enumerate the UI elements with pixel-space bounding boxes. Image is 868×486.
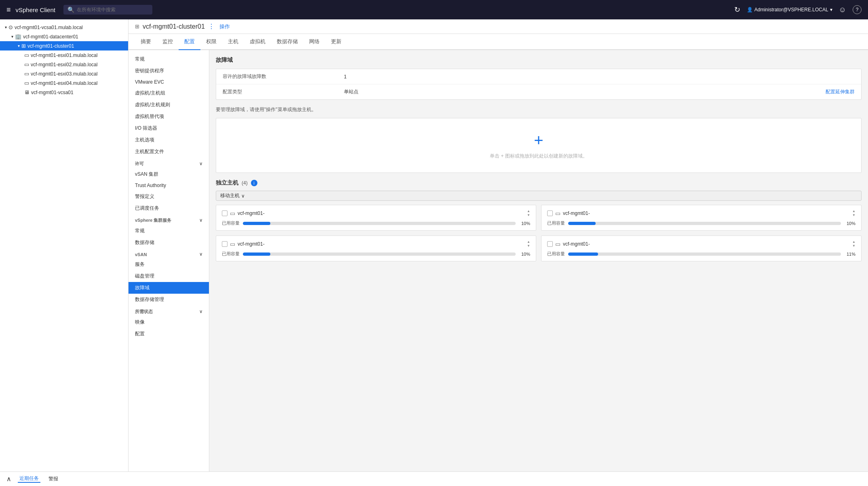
expand-icon: ▾ [5, 25, 7, 29]
arrow-down-1[interactable]: ▼ [527, 213, 530, 217]
search-input[interactable] [77, 7, 141, 13]
nav-datastores2[interactable]: 数据存储 [129, 237, 209, 248]
tab-networks[interactable]: 网络 [303, 34, 325, 50]
host-checkbox-2[interactable] [547, 210, 553, 216]
nav-section-vsan: vSAN ∨ [129, 248, 209, 259]
config-type-value: 单站点 [344, 88, 826, 95]
sidebar-item-esxi03[interactable]: ▭ vcf-mgmt01-esxi03.mulab.local [0, 69, 128, 78]
nav-services[interactable]: 服务 [129, 259, 209, 270]
tab-permissions[interactable]: 权限 [200, 34, 222, 50]
info-icon: i [251, 180, 257, 186]
user-info[interactable]: 👤 Administrator@VSPHERE.LOCAL ▾ [747, 7, 832, 13]
host-card-3: ▭ vcf-mgmt01- ▲ ▼ 已用容量 [216, 236, 536, 261]
host-checkbox-4[interactable] [547, 241, 553, 247]
tab-datastores[interactable]: 数据存储 [271, 34, 303, 50]
below-tabs: 常规 密钥提供程序 VMware EVC 虚拟机/主机组 虚拟机/主机规则 虚拟… [129, 50, 868, 486]
sidebar-item-esxi01[interactable]: ▭ vcf-mgmt01-esxi01.mulab.local [0, 50, 128, 60]
nav-alarm-def[interactable]: 警报定义 [129, 191, 209, 202]
sidebar-item-vcsa01[interactable]: ▾ ⊙ vcf-mgmt01-vcsa01.mulab.local [0, 23, 128, 32]
refresh-icon[interactable]: ↻ [734, 5, 740, 14]
arrow-up-4[interactable]: ▲ [852, 240, 855, 244]
tab-summary[interactable]: 摘要 [135, 34, 157, 50]
tab-vms[interactable]: 虚拟机 [244, 34, 271, 50]
host-card-4: ▭ vcf-mgmt01- ▲ ▼ 已用容量 [541, 236, 862, 261]
vm-icon: 🖥 [24, 89, 29, 95]
tab-configure[interactable]: 配置 [179, 34, 200, 50]
bottom-tab-alerts[interactable]: 警报 [47, 475, 60, 482]
user-dropdown-icon[interactable]: ▾ [830, 7, 832, 13]
arrow-down-4[interactable]: ▼ [852, 244, 855, 248]
section-title: 许可 [135, 161, 144, 167]
more-icon[interactable]: ⋮ [208, 23, 215, 30]
section-expand-icon[interactable]: ∨ [199, 218, 202, 223]
host-name-3: vcf-mgmt01- [238, 241, 525, 247]
configure-stretched-cluster-link[interactable]: 配置延伸集群 [826, 88, 855, 95]
nav-config[interactable]: 配置 [129, 328, 209, 340]
sidebar-item-esxi02[interactable]: ▭ vcf-mgmt01-esxi02.mulab.local [0, 60, 128, 69]
sidebar-item-vcsa01leaf[interactable]: 🖥 vcf-mgmt01-vcsa01 [0, 88, 128, 97]
capacity-row-2: 已用容量 10% [547, 220, 855, 226]
nav-vm-overrides[interactable]: 虚拟机替代项 [129, 111, 209, 122]
arrow-up-1[interactable]: ▲ [527, 209, 530, 213]
host-checkbox-3[interactable] [222, 241, 228, 247]
nav-host-options[interactable]: 主机选项 [129, 134, 209, 146]
arrow-down-2[interactable]: ▼ [852, 213, 855, 217]
host-checkbox-1[interactable] [222, 210, 228, 216]
nav-disk-mgmt[interactable]: 磁盘管理 [129, 270, 209, 282]
nav-key-provider[interactable]: 密钥提供程序 [129, 65, 209, 77]
host-arrows-4[interactable]: ▲ ▼ [852, 240, 855, 248]
move-host-button[interactable]: 移动主机 ∨ [216, 191, 862, 201]
vcenter-icon: ⊙ [8, 24, 13, 30]
host-server-icon-3: ▭ [230, 241, 235, 247]
tab-monitor[interactable]: 监控 [157, 34, 179, 50]
arrow-up-3[interactable]: ▲ [527, 240, 530, 244]
top-nav: ≡ vSphere Client 🔍 ↻ 👤 Administrator@VSP… [0, 0, 868, 19]
host-arrows-2[interactable]: ▲ ▼ [852, 209, 855, 217]
collapse-button[interactable]: ∧ [6, 475, 11, 483]
nav-vm-host-group[interactable]: 虚拟机/主机组 [129, 87, 209, 99]
nav-vsan-cluster[interactable]: vSAN 集群 [129, 168, 209, 180]
actions-button[interactable]: 操作 [219, 23, 230, 30]
sidebar-label: vcf-mgmt01-esxi03.mulab.local [31, 71, 97, 77]
nav-fault-domain[interactable]: 故障域 [129, 282, 209, 294]
nav-vm-host-rules[interactable]: 虚拟机/主机规则 [129, 99, 209, 111]
section-expand-icon[interactable]: ∨ [199, 252, 202, 257]
search-box[interactable]: 🔍 [63, 5, 152, 15]
section-expand-icon[interactable]: ∨ [199, 161, 202, 166]
sidebar-item-datacenter[interactable]: ▾ 🏢 vcf-mgmt01-datacenter01 [0, 32, 128, 41]
tab-updates[interactable]: 更新 [325, 34, 347, 50]
nav-normal2[interactable]: 常规 [129, 225, 209, 237]
host-arrows-3[interactable]: ▲ ▼ [527, 240, 530, 248]
user-icon: 👤 [747, 7, 753, 13]
host-arrows-1[interactable]: ▲ ▼ [527, 209, 530, 217]
progress-bar-1 [243, 222, 516, 225]
host-name-4: vcf-mgmt01- [563, 241, 850, 247]
sidebar-item-cluster01[interactable]: ▾ ⊞ vcf-mgmt01-cluster01 [0, 41, 128, 50]
arrow-up-2[interactable]: ▲ [852, 209, 855, 213]
capacity-row-3: 已用容量 10% [222, 251, 530, 257]
nav-io-filter[interactable]: I/O 筛选器 [129, 122, 209, 134]
help-icon[interactable]: ? [853, 5, 862, 14]
nav-scheduled-tasks[interactable]: 已调度任务 [129, 202, 209, 214]
host-card-2: ▭ vcf-mgmt01- ▲ ▼ 已用容量 [541, 205, 862, 231]
nav-image[interactable]: 映像 [129, 316, 209, 328]
arrow-down-3[interactable]: ▼ [527, 244, 530, 248]
bottom-tab-recent-tasks[interactable]: 近期任务 [18, 475, 40, 483]
nav-normal[interactable]: 常规 [129, 53, 209, 65]
nav-trust-authority[interactable]: Trust Authority [129, 180, 209, 191]
nav-vmware-evc[interactable]: VMware EVC [129, 77, 209, 87]
plus-icon[interactable]: + [534, 131, 543, 149]
capacity-row-4: 已用容量 11% [547, 251, 855, 257]
section-expand-icon[interactable]: ∨ [199, 309, 202, 314]
smiley-icon[interactable]: ☺ [839, 6, 846, 14]
nav-datastore-mgmt[interactable]: 数据存储管理 [129, 294, 209, 305]
host-icon: ▭ [24, 80, 29, 86]
tab-hosts[interactable]: 主机 [222, 34, 244, 50]
left-nav: 常规 密钥提供程序 VMware EVC 虚拟机/主机组 虚拟机/主机规则 虚拟… [129, 50, 209, 486]
sidebar-item-esxi04[interactable]: ▭ vcf-mgmt01-esxi04.mulab.local [0, 78, 128, 88]
menu-icon[interactable]: ≡ [6, 6, 11, 14]
nav-host-config-files[interactable]: 主机配置文件 [129, 146, 209, 158]
fault-domain-dropzone[interactable]: + 单击 + 图标或拖放到此处以创建新的故障域。 [216, 118, 862, 173]
hosts-grid: ▭ vcf-mgmt01- ▲ ▼ 已用容量 [216, 205, 862, 261]
fault-count-label: 容许的故障域故障数 [223, 73, 344, 80]
